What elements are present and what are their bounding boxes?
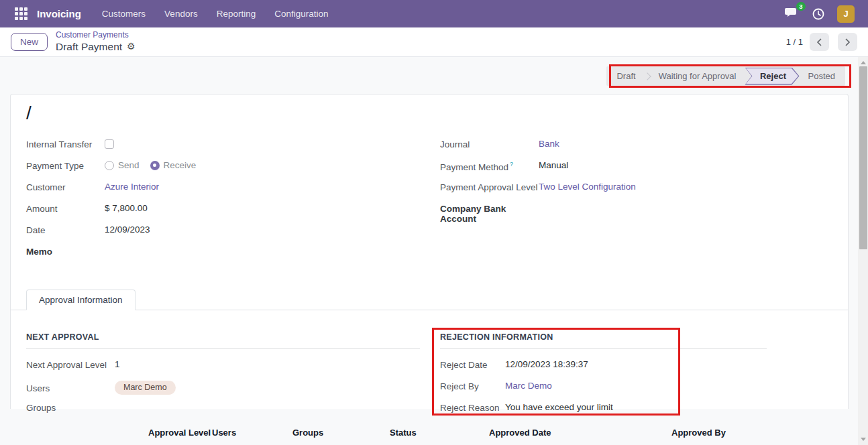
nav-item-vendors[interactable]: Vendors	[157, 1, 205, 26]
send-label: Send	[118, 160, 140, 170]
reject-by-label: Reject By	[440, 381, 505, 391]
field-next-approval-level: Next Approval Level 1	[26, 359, 420, 371]
send-radio[interactable]	[105, 161, 114, 170]
field-groups: Groups	[26, 402, 420, 414]
field-reject-date: Reject Date 12/09/2023 18:39:37	[440, 359, 767, 371]
date-value[interactable]: 12/09/2023	[105, 225, 150, 235]
col-users[interactable]: Users	[212, 428, 236, 438]
date-label: Date	[26, 225, 105, 235]
memo-label: Memo	[26, 246, 105, 257]
amount-label: Amount	[26, 203, 105, 214]
control-panel: New Customer Payments Draft Payment ⚙ 1 …	[0, 27, 868, 57]
breadcrumb-current: Draft Payment ⚙	[56, 40, 135, 53]
field-journal: Journal Bank	[440, 139, 775, 151]
form-view-area: Draft Waiting for Approval Reject Posted…	[0, 57, 868, 445]
status-reject-active[interactable]: Reject	[745, 68, 799, 85]
journal-label: Journal	[440, 139, 539, 149]
user-tag: Marc Demo	[115, 381, 176, 395]
next-approval-level-label: Next Approval Level	[26, 359, 115, 370]
internal-transfer-label: Internal Transfer	[26, 139, 105, 149]
statusbar: Draft Waiting for Approval Reject Posted	[606, 66, 845, 86]
field-customer: Customer Azure Interior	[26, 182, 415, 194]
new-button[interactable]: New	[11, 33, 48, 51]
reject-by-link[interactable]: Marc Demo	[505, 381, 552, 391]
reject-date-value[interactable]: 12/09/2023 18:39:37	[505, 359, 588, 369]
users-label: Users	[26, 381, 115, 393]
vertical-scrollbar[interactable]	[858, 57, 868, 445]
breadcrumb-current-label: Draft Payment	[56, 40, 122, 53]
field-users: Users Marc Demo	[26, 381, 420, 395]
breadcrumb: Customer Payments Draft Payment ⚙	[56, 30, 135, 53]
receive-radio[interactable]	[150, 161, 160, 170]
rejection-information-section: REJECTION INFORMATION Reject Date 12/09/…	[440, 332, 767, 424]
amount-value[interactable]: $ 7,800.00	[105, 203, 148, 213]
notebook-tabs: Approval Information	[11, 288, 848, 310]
reject-reason-value[interactable]: You have exceed your limit	[505, 402, 613, 412]
help-tooltip-icon: ?	[510, 161, 513, 168]
field-payment-type: Payment Type Send Receive	[26, 160, 415, 172]
form-sheet: / Internal Transfer Payment Type Send Re…	[10, 94, 849, 409]
field-internal-transfer: Internal Transfer	[26, 139, 415, 151]
groups-label: Groups	[26, 402, 115, 413]
scrollbar-thumb[interactable]	[859, 66, 867, 249]
breadcrumb-parent[interactable]: Customer Payments	[56, 30, 135, 40]
next-approval-title: NEXT APPROVAL	[26, 332, 420, 348]
receive-label: Receive	[164, 160, 197, 170]
reject-date-label: Reject Date	[440, 359, 505, 370]
navbar-right: 3 J	[785, 5, 860, 23]
nav-item-reporting[interactable]: Reporting	[209, 1, 264, 26]
col-status[interactable]: Status	[390, 428, 417, 438]
user-avatar[interactable]: J	[837, 5, 855, 23]
approvals-table-header: Approval Level Users Groups Status Appro…	[11, 428, 848, 441]
internal-transfer-checkbox[interactable]	[105, 139, 114, 149]
app-window: Invoicing Customers Vendors Reporting Co…	[0, 0, 868, 445]
pager-next-button[interactable]	[838, 33, 857, 51]
rejection-information-title: REJECTION INFORMATION	[440, 332, 767, 348]
scroll-down-icon[interactable]	[861, 438, 866, 441]
status-draft[interactable]: Draft	[609, 68, 643, 84]
field-company-bank-account: Company Bank Account	[440, 203, 775, 224]
tab-approval-information[interactable]: Approval Information	[26, 290, 135, 310]
next-approval-level-value[interactable]: 1	[115, 359, 120, 369]
journal-link[interactable]: Bank	[539, 139, 559, 149]
payment-type-options: Send Receive	[105, 160, 203, 170]
scroll-up-icon[interactable]	[861, 61, 866, 64]
apps-grid-icon[interactable]	[15, 7, 28, 20]
gear-icon[interactable]: ⚙	[127, 41, 135, 53]
left-field-group: Internal Transfer Payment Type Send Rece…	[26, 139, 415, 267]
payment-method-label: Payment Method?	[440, 160, 539, 172]
reject-reason-label: Reject Reason	[440, 402, 505, 413]
field-memo: Memo	[26, 246, 415, 258]
payment-approval-level-label: Payment Approval Level	[440, 182, 539, 192]
payment-method-value[interactable]: Manual	[539, 160, 568, 170]
activities-clock-icon[interactable]	[812, 7, 825, 21]
pager-previous-button[interactable]	[810, 33, 829, 51]
status-posted[interactable]: Posted	[801, 68, 843, 84]
nav-item-customers[interactable]: Customers	[95, 1, 153, 26]
messages-icon[interactable]: 3	[785, 7, 800, 21]
nav-item-configuration[interactable]: Configuration	[267, 1, 335, 26]
right-field-group: Journal Bank Payment Method? Manual Paym…	[440, 139, 775, 233]
col-approval-level[interactable]: Approval Level	[148, 428, 211, 438]
col-approved-by[interactable]: Approved By	[671, 428, 726, 438]
col-groups[interactable]: Groups	[292, 428, 323, 438]
field-amount: Amount $ 7,800.00	[26, 203, 415, 215]
payment-approval-level-link[interactable]: Two Level Configuration	[539, 182, 636, 192]
field-payment-method: Payment Method? Manual	[440, 160, 775, 172]
pager-counter: 1 / 1	[786, 37, 803, 47]
payment-name-title: /	[26, 103, 32, 124]
messages-badge: 3	[796, 2, 806, 11]
company-bank-account-label: Company Bank Account	[440, 203, 539, 224]
customer-link[interactable]: Azure Interior	[105, 182, 159, 192]
next-approval-section: NEXT APPROVAL Next Approval Level 1 User…	[26, 332, 420, 424]
col-approved-date[interactable]: Approved Date	[489, 428, 551, 438]
status-separator-icon	[643, 72, 651, 80]
status-waiting-for-approval[interactable]: Waiting for Approval	[651, 68, 744, 84]
field-date: Date 12/09/2023	[26, 225, 415, 237]
status-reject-label: Reject	[746, 68, 798, 84]
payment-type-label: Payment Type	[26, 160, 105, 171]
field-payment-approval-level: Payment Approval Level Two Level Configu…	[440, 182, 775, 194]
customer-label: Customer	[26, 182, 105, 192]
pager: 1 / 1	[786, 33, 857, 51]
app-name[interactable]: Invoicing	[37, 8, 81, 19]
